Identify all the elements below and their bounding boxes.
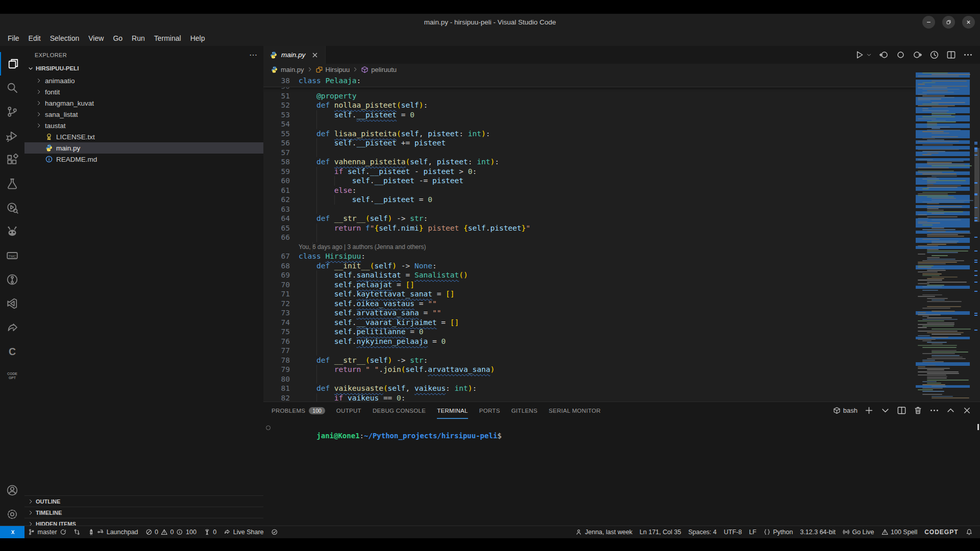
code-line-78[interactable]: 78 def __str__(self) -> str: xyxy=(263,356,916,365)
activity-accounts[interactable] xyxy=(0,479,24,502)
status-codegpt-status[interactable]: CODEGPT xyxy=(921,529,962,536)
code-line-77[interactable]: 77 xyxy=(263,346,916,356)
maximize-panel-button[interactable] xyxy=(946,406,955,415)
code-line-74[interactable]: 74 self.__vaarat_kirjaimet = [] xyxy=(263,318,916,328)
explorer-file-main-py[interactable]: main.py xyxy=(24,142,263,154)
code-line-66[interactable]: 66 xyxy=(263,233,916,242)
code-line-51[interactable]: 51 @property xyxy=(263,91,916,101)
code-line-62[interactable]: 62 self.__pisteet = 0 xyxy=(263,195,916,205)
panel-tab-ports[interactable]: PORTS xyxy=(479,402,500,419)
activity-live-preview[interactable] xyxy=(0,196,24,219)
next-change-button[interactable] xyxy=(913,50,922,60)
code-line-64[interactable]: 64 def __str__(self) -> str: xyxy=(263,214,916,223)
code-line-67[interactable]: 67class Hirsipuu: xyxy=(263,252,916,261)
activity-run-debug[interactable] xyxy=(0,124,24,147)
code-line-52[interactable]: 52 def nollaa_pisteet(self): xyxy=(263,101,916,110)
status-ports-status[interactable]: 0 xyxy=(200,529,220,536)
menu-go[interactable]: Go xyxy=(108,32,127,44)
status-language-mode[interactable]: Python xyxy=(760,529,796,536)
tab-main-py[interactable]: main.py xyxy=(263,46,326,64)
code-line-56[interactable]: 56 self.__pisteet += pisteet xyxy=(263,138,916,148)
panel-tab-serial-monitor[interactable]: SERIAL MONITOR xyxy=(549,402,601,419)
explorer-file-readme-md[interactable]: README.md xyxy=(24,154,263,165)
code-line-72[interactable]: 72 self.oikea_vastaus = "" xyxy=(263,299,916,309)
explorer-folder-sana-listat[interactable]: sana_listat xyxy=(24,109,263,120)
status-branches-button[interactable] xyxy=(70,529,84,536)
status-spell-status[interactable]: 100 Spell xyxy=(878,529,921,536)
status-notifications-bell[interactable] xyxy=(962,529,976,536)
sticky-scroll[interactable]: 38class Pelaaja: xyxy=(263,75,916,87)
code-line-65[interactable]: 65 return f"{self.nimi} pisteet {self.pi… xyxy=(263,223,916,233)
activity-search[interactable] xyxy=(0,76,24,99)
code-line-75[interactable]: 75 self.pelitilanne = 0 xyxy=(263,327,916,337)
menu-file[interactable]: File xyxy=(3,32,24,44)
activity-explorer[interactable] xyxy=(0,52,26,76)
status-formatter-status[interactable] xyxy=(267,529,282,536)
terminal-chevron[interactable] xyxy=(880,406,890,415)
code-line-70[interactable]: 70 self.pelaajat = [] xyxy=(263,280,916,290)
terminal-scrollbar[interactable] xyxy=(977,424,979,430)
code-line-57[interactable]: 57 xyxy=(263,148,916,158)
activity-ai-assistant[interactable] xyxy=(0,220,24,243)
status-live-share-button[interactable]: Live Share xyxy=(220,529,267,536)
status-python-interpreter[interactable]: 3.12.3 64-bit xyxy=(796,529,839,536)
code-line-79[interactable]: 79 return " ".join(self.arvattava_sana) xyxy=(263,365,916,374)
code-line-60[interactable]: 60 self.__pisteet -= pisteet xyxy=(263,176,916,186)
code-line-80[interactable]: 80 xyxy=(263,374,916,384)
sidebar-section-timeline[interactable]: TIMELINE xyxy=(24,507,263,518)
close-window-button[interactable] xyxy=(962,16,975,29)
remote-indicator[interactable] xyxy=(0,526,24,538)
codelens-blame[interactable]: You, 6 days ago | 3 authors (Jenna and o… xyxy=(263,242,916,252)
current-change-button[interactable] xyxy=(896,50,905,60)
activity-live-share[interactable] xyxy=(0,316,24,339)
menu-selection[interactable]: Selection xyxy=(45,32,84,44)
panel-tab-gitlens[interactable]: GITLENS xyxy=(511,402,537,419)
status-go-live-button[interactable]: Go Live xyxy=(839,529,878,536)
close-tab-icon[interactable] xyxy=(311,51,319,59)
shell-selector[interactable]: bash xyxy=(833,407,857,414)
menu-edit[interactable]: Edit xyxy=(24,32,45,44)
minimap[interactable] xyxy=(916,71,974,402)
activity-extensions[interactable] xyxy=(0,148,24,171)
breadcrumb-hirsipuu[interactable]: Hirsipuu xyxy=(326,66,350,73)
close-panel-button[interactable] xyxy=(962,406,972,415)
editor-scrollbar[interactable] xyxy=(974,64,980,453)
code-line-76[interactable]: 76 self.nykyinen_pelaaja = 0 xyxy=(263,337,916,346)
terminal[interactable]: jani@Kone1:~/Python_projects/hirsipuu-pe… xyxy=(263,419,980,526)
menu-help[interactable]: Help xyxy=(186,32,210,44)
code-line-53[interactable]: 53 self.__pisteet = 0 xyxy=(263,110,916,120)
code-line-69[interactable]: 69 self.sanalistat = Sanalistat() xyxy=(263,270,916,280)
sticky-line-38[interactable]: 38class Pelaaja: xyxy=(263,76,916,86)
code-line-68[interactable]: 68 def __init__(self) -> None: xyxy=(263,261,916,271)
prev-change-button[interactable] xyxy=(879,50,889,60)
code-line-55[interactable]: 55 def lisaa_pisteita(self, pisteet: int… xyxy=(263,129,916,139)
code-line-73[interactable]: 73 self.arvattava_sana = "" xyxy=(263,308,916,318)
code-line-82[interactable]: 82 if vaikeus == 0: xyxy=(263,393,916,402)
status-problems-status[interactable]: 00100 xyxy=(142,529,200,536)
menu-run[interactable]: Run xyxy=(127,32,150,44)
explorer-file-license-txt[interactable]: LICENSE.txt xyxy=(24,131,263,142)
split-terminal-button[interactable] xyxy=(897,406,906,415)
history-button[interactable] xyxy=(929,50,939,60)
menu-terminal[interactable]: Terminal xyxy=(150,32,186,44)
status-branch-status[interactable]: master xyxy=(24,529,70,536)
status-indentation[interactable]: Spaces: 4 xyxy=(684,529,720,536)
run-button[interactable] xyxy=(854,50,864,60)
minimize-button[interactable] xyxy=(922,16,935,29)
activity-gitlens[interactable] xyxy=(0,268,24,291)
activity-source-control[interactable] xyxy=(0,100,24,123)
menu-view[interactable]: View xyxy=(84,32,108,44)
restore-button[interactable] xyxy=(942,16,955,29)
code-line-54[interactable]: 54 xyxy=(263,119,916,129)
run-chevron[interactable] xyxy=(866,52,872,58)
kill-terminal-button[interactable] xyxy=(913,406,923,415)
sidebar-section-outline[interactable]: OUTLINE xyxy=(24,495,263,507)
code-line-71[interactable]: 71 self.kaytettavat_sanat = [] xyxy=(263,289,916,299)
split-editor-button[interactable] xyxy=(946,50,956,60)
activity-settings[interactable] xyxy=(0,503,24,526)
explorer-folder-taustat[interactable]: taustat xyxy=(24,120,263,131)
status-cursor-position[interactable]: Ln 171, Col 35 xyxy=(636,529,684,536)
panel-tab-problems[interactable]: PROBLEMS100 xyxy=(272,402,325,419)
explorer-folder-hangman-kuvat[interactable]: hangman_kuvat xyxy=(24,97,263,109)
scrollbar-thumb[interactable] xyxy=(974,148,979,222)
